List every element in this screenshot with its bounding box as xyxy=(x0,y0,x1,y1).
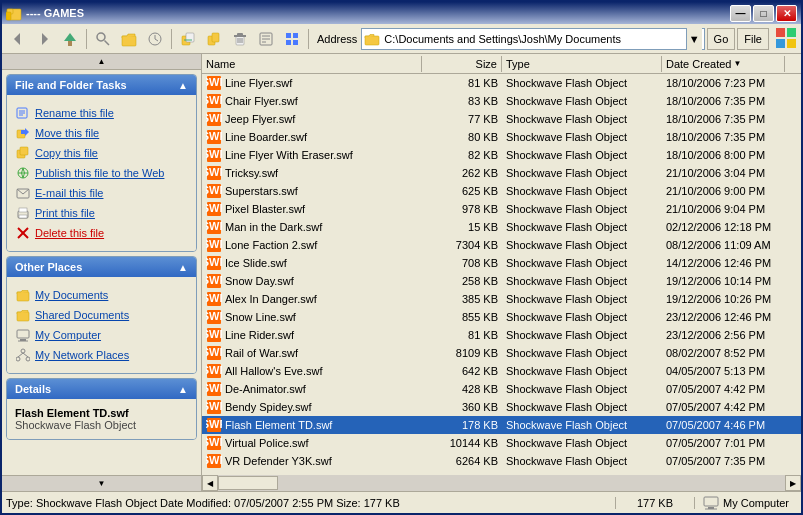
hscroll-thumb[interactable] xyxy=(218,476,278,490)
file-name-cell: SWF Flash Element TD.swf xyxy=(202,417,422,433)
svg-rect-26 xyxy=(286,33,291,38)
sidebar-item-copy[interactable]: Copy this file xyxy=(11,143,192,163)
sidebar-item-email[interactable]: E-mail this file xyxy=(11,183,192,203)
swf-icon: SWF xyxy=(206,183,222,199)
up-button[interactable] xyxy=(58,27,82,51)
sidebar-item-my-documents[interactable]: My Documents xyxy=(11,285,192,305)
table-row[interactable]: SWF Pixel Blaster.swf978 KBShockwave Fla… xyxy=(202,200,801,218)
table-row[interactable]: SWF Rail of War.swf8109 KBShockwave Flas… xyxy=(202,344,801,362)
table-row[interactable]: SWF Tricksy.swf262 KBShockwave Flash Obj… xyxy=(202,164,801,182)
status-computer: My Computer xyxy=(695,495,797,511)
file-tasks-label: File and Folder Tasks xyxy=(15,79,127,91)
other-places-body: My Documents Shared Documents xyxy=(7,277,196,373)
file-name-cell: SWF Ice Slide.swf xyxy=(202,255,422,271)
table-row[interactable]: SWF Snow Line.swf855 KBShockwave Flash O… xyxy=(202,308,801,326)
hscroll-left[interactable]: ◀ xyxy=(202,475,218,491)
file-type-cell: Shockwave Flash Object xyxy=(502,257,662,269)
sidebar-item-delete[interactable]: Delete this file xyxy=(11,223,192,243)
col-header-type[interactable]: Type xyxy=(502,56,662,72)
forward-button[interactable] xyxy=(32,27,56,51)
other-places-header[interactable]: Other Places ▲ xyxy=(7,257,196,277)
hscroll-right[interactable]: ▶ xyxy=(785,475,801,491)
sidebar: ▲ File and Folder Tasks ▲ xyxy=(2,54,202,491)
file-type-cell: Shockwave Flash Object xyxy=(502,131,662,143)
file-name-cell: SWF Pixel Blaster.swf xyxy=(202,201,422,217)
table-row[interactable]: SWF Snow Day.swf258 KBShockwave Flash Ob… xyxy=(202,272,801,290)
details-body: Flash Element TD.swf Shockwave Flash Obj… xyxy=(7,399,196,439)
file-tasks-header[interactable]: File and Folder Tasks ▲ xyxy=(7,75,196,95)
search-button[interactable] xyxy=(91,27,115,51)
other-places-chevron: ▲ xyxy=(178,262,188,273)
views-button[interactable] xyxy=(280,27,304,51)
sidebar-item-network[interactable]: My Network Places xyxy=(11,345,192,365)
file-date-cell: 23/12/2006 2:56 PM xyxy=(662,329,801,341)
address-text: C:\Documents and Settings\Josh\My Docume… xyxy=(384,33,685,45)
sidebar-item-my-computer[interactable]: My Computer xyxy=(11,325,192,345)
table-row[interactable]: SWF Line Boarder.swf80 KBShockwave Flash… xyxy=(202,128,801,146)
table-row[interactable]: SWF Superstars.swf625 KBShockwave Flash … xyxy=(202,182,801,200)
table-row[interactable]: SWF All Hallow's Eve.swf642 KBShockwave … xyxy=(202,362,801,380)
col-header-name[interactable]: Name xyxy=(202,56,422,72)
sort-arrow: ▼ xyxy=(733,59,741,68)
table-row[interactable]: SWF Line Rider.swf81 KBShockwave Flash O… xyxy=(202,326,801,344)
back-button[interactable] xyxy=(6,27,30,51)
minimize-button[interactable]: — xyxy=(730,5,751,22)
move-button[interactable] xyxy=(176,27,200,51)
history-button[interactable] xyxy=(143,27,167,51)
file-type-cell: Shockwave Flash Object xyxy=(502,365,662,377)
file-type-cell: Shockwave Flash Object xyxy=(502,455,662,467)
table-row[interactable]: SWF Ice Slide.swf708 KBShockwave Flash O… xyxy=(202,254,801,272)
table-row[interactable]: SWF Lone Faction 2.swf7304 KBShockwave F… xyxy=(202,236,801,254)
table-row[interactable]: SWF VR Defender Y3K.swf6264 KBShockwave … xyxy=(202,452,801,470)
toolbar: Address C:\Documents and Settings\Josh\M… xyxy=(2,24,801,54)
file-date-cell: 21/10/2006 3:04 PM xyxy=(662,167,801,179)
file-type-cell: Shockwave Flash Object xyxy=(502,113,662,125)
table-row[interactable]: SWF Virtual Police.swf10144 KBShockwave … xyxy=(202,434,801,452)
folders-button[interactable] xyxy=(117,27,141,51)
sidebar-item-shared-docs[interactable]: Shared Documents xyxy=(11,305,192,325)
table-row[interactable]: SWF De-Animator.swf428 KBShockwave Flash… xyxy=(202,380,801,398)
file-type-cell: Shockwave Flash Object xyxy=(502,383,662,395)
hscroll-track[interactable] xyxy=(218,475,785,491)
table-row[interactable]: SWF Bendy Spidey.swf360 KBShockwave Flas… xyxy=(202,398,801,416)
details-filetype: Shockwave Flash Object xyxy=(15,419,188,431)
rename-label: Rename this file xyxy=(35,107,114,119)
svg-text:SWF: SWF xyxy=(206,184,222,196)
file-size-cell: 708 KB xyxy=(422,257,502,269)
computer-label: My Computer xyxy=(723,497,789,509)
file-size-cell: 855 KB xyxy=(422,311,502,323)
table-row[interactable]: SWF Flash Element TD.swf178 KBShockwave … xyxy=(202,416,801,434)
copy-button[interactable] xyxy=(202,27,226,51)
table-row[interactable]: SWF Line Flyer With Eraser.swf82 KBShock… xyxy=(202,146,801,164)
col-date-label: Date Created xyxy=(666,58,731,70)
file-list-container[interactable]: SWF Line Flyer.swf81 KBShockwave Flash O… xyxy=(202,74,801,475)
properties-button[interactable] xyxy=(254,27,278,51)
sidebar-scroll-down[interactable]: ▼ xyxy=(2,475,201,491)
col-header-date[interactable]: Date Created ▼ xyxy=(662,56,785,72)
table-row[interactable]: SWF Line Flyer.swf81 KBShockwave Flash O… xyxy=(202,74,801,92)
table-row[interactable]: SWF Jeep Flyer.swf77 KBShockwave Flash O… xyxy=(202,110,801,128)
sidebar-content: File and Folder Tasks ▲ Rename this file xyxy=(2,70,201,475)
delete-button[interactable] xyxy=(228,27,252,51)
sidebar-item-publish[interactable]: Publish this file to the Web xyxy=(11,163,192,183)
file-button[interactable]: File xyxy=(737,28,769,50)
go-button[interactable]: Go xyxy=(707,28,736,50)
sidebar-item-print[interactable]: Print this file xyxy=(11,203,192,223)
separator-2 xyxy=(171,29,172,49)
table-row[interactable]: SWF Chair Flyer.swf83 KBShockwave Flash … xyxy=(202,92,801,110)
address-dropdown[interactable]: ▼ xyxy=(686,28,702,50)
sidebar-item-rename[interactable]: Rename this file xyxy=(11,103,192,123)
details-header[interactable]: Details ▲ xyxy=(7,379,196,399)
swf-icon: SWF xyxy=(206,129,222,145)
svg-text:SWF: SWF xyxy=(206,220,222,232)
email-label: E-mail this file xyxy=(35,187,103,199)
sidebar-item-move[interactable]: Move this file xyxy=(11,123,192,143)
sidebar-scroll-up[interactable]: ▲ xyxy=(2,54,201,70)
table-row[interactable]: SWF Man in the Dark.swf15 KBShockwave Fl… xyxy=(202,218,801,236)
address-box[interactable]: C:\Documents and Settings\Josh\My Docume… xyxy=(361,28,704,50)
table-row[interactable]: SWF Alex In Danger.swf385 KBShockwave Fl… xyxy=(202,290,801,308)
maximize-button[interactable]: □ xyxy=(753,5,774,22)
close-button[interactable]: ✕ xyxy=(776,5,797,22)
col-header-size[interactable]: Size xyxy=(422,56,502,72)
file-type-cell: Shockwave Flash Object xyxy=(502,419,662,431)
